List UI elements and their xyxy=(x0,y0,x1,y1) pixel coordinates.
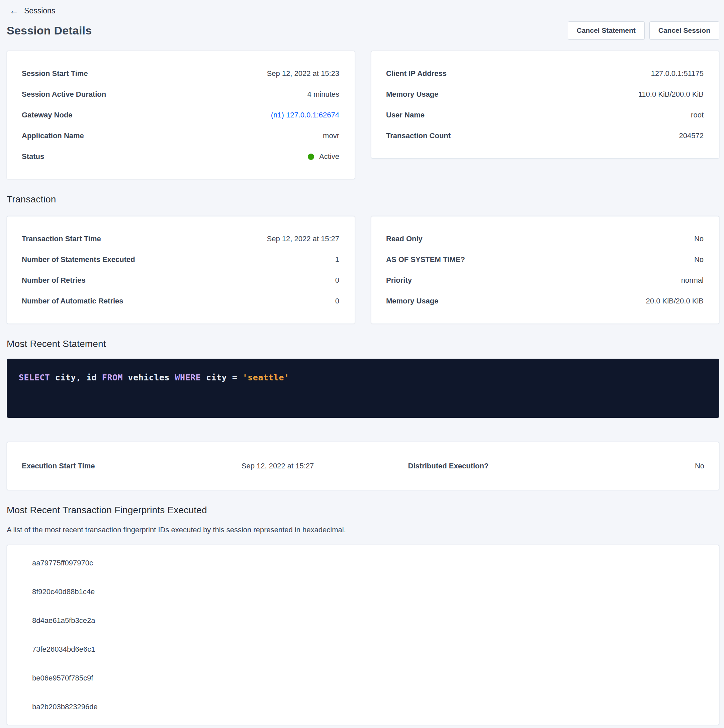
sql-token-plain: city, id xyxy=(50,373,102,382)
fingerprint-item: aa79775ff097970c xyxy=(7,549,719,577)
gateway-node-link[interactable]: (n1) 127.0.0.1:62674 xyxy=(271,111,339,119)
cancel-statement-button[interactable]: Cancel Statement xyxy=(568,21,645,40)
fingerprint-item: be06e9570f785c9f xyxy=(7,664,719,693)
statement-section-heading: Most Recent Statement xyxy=(7,339,719,349)
session-summary-row: Client IP Address127.0.0.1:51175 xyxy=(386,63,704,84)
execution-start-time-value: Sep 12, 2022 at 15:27 xyxy=(192,461,363,471)
fingerprint-item: ba2b203b823296de xyxy=(7,693,719,721)
field-label: Read Only xyxy=(386,234,433,244)
field-label: Number of Automatic Retries xyxy=(22,296,133,306)
field-value: 20.0 KiB/20.0 KiB xyxy=(646,296,704,306)
session-summary-row: Memory Usage110.0 KiB/200.0 KiB xyxy=(386,84,704,105)
distributed-execution-label: Distributed Execution? xyxy=(363,461,534,471)
arrow-left-icon: ← xyxy=(9,6,18,15)
session-summary-row: Application Namemovr xyxy=(22,125,339,146)
field-label: Session Start Time xyxy=(22,69,98,79)
transaction-row: Read OnlyNo xyxy=(386,228,704,249)
field-value: 0 xyxy=(335,275,339,285)
transaction-cards-row: Transaction Start TimeSep 12, 2022 at 15… xyxy=(7,216,719,324)
back-to-sessions-link[interactable]: ← Sessions xyxy=(9,6,55,15)
field-value: No xyxy=(694,234,704,244)
session-summary-row: Transaction Count204572 xyxy=(386,125,704,146)
execution-card: Execution Start Time Sep 12, 2022 at 15:… xyxy=(7,442,719,490)
sql-code-block: SELECT city, id FROM vehicles WHERE city… xyxy=(7,359,719,418)
field-label: Client IP Address xyxy=(386,69,457,79)
session-summary-row: Session Start TimeSep 12, 2022 at 15:23 xyxy=(22,63,339,84)
status-text: Active xyxy=(319,151,339,162)
transaction-row: Number of Retries0 xyxy=(22,270,339,291)
sql-token-plain: city = xyxy=(201,373,242,382)
field-label: Transaction Start Time xyxy=(22,234,111,244)
sql-statement: SELECT city, id FROM vehicles WHERE city… xyxy=(19,372,707,383)
field-value: 110.0 KiB/200.0 KiB xyxy=(638,89,704,99)
sql-token-plain: vehicles xyxy=(123,373,175,382)
session-summary-left-card: Session Start TimeSep 12, 2022 at 15:23S… xyxy=(7,51,355,179)
page-header: Session Details Cancel Statement Cancel … xyxy=(7,21,719,40)
page-title: Session Details xyxy=(7,24,92,37)
execution-start-time-label: Execution Start Time xyxy=(22,461,192,471)
field-value: 0 xyxy=(335,296,339,306)
field-label: Priority xyxy=(386,275,422,285)
transaction-row: Memory Usage20.0 KiB/20.0 KiB xyxy=(386,291,704,312)
field-value: 1 xyxy=(335,255,339,265)
session-summary-row: Session Start TimeSep 12, 2022 at 15:23S… xyxy=(7,51,719,179)
sql-token-string: 'seattle' xyxy=(243,373,289,382)
field-label: Gateway Node xyxy=(22,110,83,120)
field-value: Sep 12, 2022 at 15:27 xyxy=(267,234,339,244)
status-active-dot xyxy=(308,154,314,160)
transaction-row: AS OF SYSTEM TIME?No xyxy=(386,249,704,270)
field-label: Number of Retries xyxy=(22,275,96,285)
cancel-session-button[interactable]: Cancel Session xyxy=(649,21,719,40)
fingerprints-section-heading: Most Recent Transaction Fingerprints Exe… xyxy=(7,505,719,515)
session-summary-row: StatusActive xyxy=(22,146,339,167)
field-label: Application Name xyxy=(22,131,94,141)
fingerprints-description: A list of the most recent transaction fi… xyxy=(7,525,719,535)
session-summary-row: Session Active Duration4 minutes xyxy=(22,84,339,105)
header-actions: Cancel Statement Cancel Session xyxy=(568,21,719,40)
transaction-row: Transaction Start TimeSep 12, 2022 at 15… xyxy=(22,228,339,249)
fingerprint-item: 8d4ae61a5fb3ce2a xyxy=(7,606,719,635)
transaction-row: Prioritynormal xyxy=(386,270,704,291)
field-value: Active xyxy=(308,151,339,162)
field-label: Session Active Duration xyxy=(22,89,116,99)
sql-token-keyword: FROM xyxy=(102,373,123,382)
field-value: (n1) 127.0.0.1:62674 xyxy=(271,110,339,120)
transaction-row: Number of Automatic Retries0 xyxy=(22,291,339,312)
session-summary-row: Gateway Node(n1) 127.0.0.1:62674 xyxy=(22,105,339,125)
transaction-right-card: Read OnlyNoAS OF SYSTEM TIME?NoPriorityn… xyxy=(371,216,719,324)
field-value: root xyxy=(691,110,704,120)
fingerprints-card: aa79775ff097970c8f920c40d88b1c4e8d4ae61a… xyxy=(7,545,719,725)
fingerprints-list: aa79775ff097970c8f920c40d88b1c4e8d4ae61a… xyxy=(7,549,719,721)
field-value: 127.0.0.1:51175 xyxy=(651,69,704,79)
field-value: No xyxy=(694,255,704,265)
field-value: 4 minutes xyxy=(308,89,339,99)
field-label: User Name xyxy=(386,110,435,120)
field-value: 204572 xyxy=(679,131,704,141)
field-value: Sep 12, 2022 at 15:23 xyxy=(267,69,339,79)
back-link-label: Sessions xyxy=(24,6,55,15)
field-label: Number of Statements Executed xyxy=(22,255,145,265)
field-label: Memory Usage xyxy=(386,89,448,99)
field-label: Transaction Count xyxy=(386,131,461,141)
sql-token-keyword: SELECT xyxy=(19,373,50,382)
transaction-section-heading: Transaction xyxy=(7,194,719,205)
sql-token-keyword: WHERE xyxy=(175,373,201,382)
session-details-page: ← Sessions Session Details Cancel Statem… xyxy=(0,0,724,728)
session-summary-row: User Nameroot xyxy=(386,105,704,125)
field-label: Status xyxy=(22,151,54,162)
field-value: normal xyxy=(681,275,704,285)
distributed-execution-value: No xyxy=(534,461,704,471)
transaction-left-card: Transaction Start TimeSep 12, 2022 at 15… xyxy=(7,216,355,324)
topbar: ← Sessions xyxy=(7,5,719,17)
field-value: movr xyxy=(323,131,339,141)
transaction-row: Number of Statements Executed1 xyxy=(22,249,339,270)
field-label: AS OF SYSTEM TIME? xyxy=(386,255,475,265)
fingerprint-item: 8f920c40d88b1c4e xyxy=(7,577,719,606)
fingerprint-item: 73fe26034bd6e6c1 xyxy=(7,635,719,664)
session-summary-right-card: Client IP Address127.0.0.1:51175Memory U… xyxy=(371,51,719,159)
field-label: Memory Usage xyxy=(386,296,448,306)
